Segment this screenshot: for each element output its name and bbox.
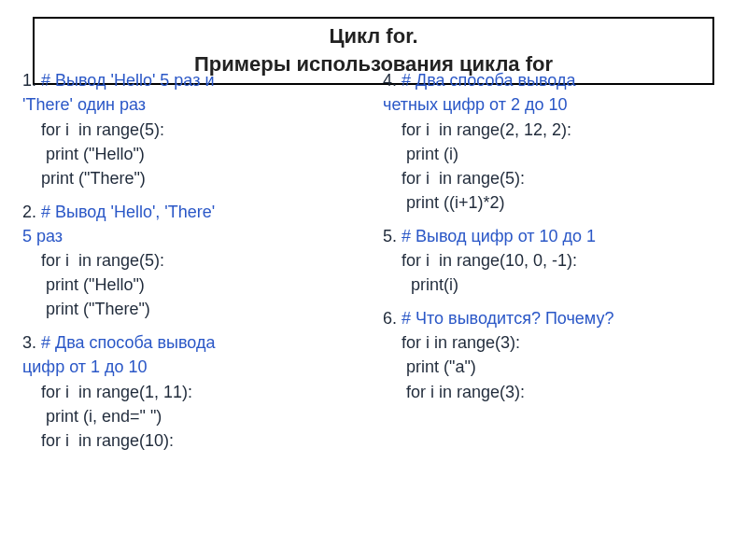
- example-4: 4. # Два способа вывода четных цифр от 2…: [383, 68, 732, 215]
- example-3: 3. # Два способа вывода цифр от 1 до 10 …: [22, 330, 372, 452]
- right-column: 4. # Два способа вывода четных цифр от 2…: [377, 63, 738, 461]
- code-block: for i in range(1, 11): print (i, end=" "…: [22, 380, 372, 453]
- columns: 1. # Вывод 'Hello' 5 раз и 'There' один …: [0, 63, 747, 461]
- example-number: 2.: [22, 203, 41, 221]
- title-line-1: Цикл for.: [44, 22, 703, 50]
- code-block: for i in range(10, 0, -1): print(i): [383, 248, 732, 297]
- comment-line: четных цифр от 2 до 10: [383, 95, 568, 114]
- comment-line: # Два способа вывода: [41, 333, 215, 352]
- comment-line: # Вывод 'Hello', 'There': [41, 203, 215, 221]
- example-5: 5. # Вывод цифр от 10 до 1 for i in rang…: [383, 224, 732, 297]
- example-number: 1.: [22, 71, 41, 90]
- left-column: 1. # Вывод 'Hello' 5 раз и 'There' один …: [17, 63, 377, 461]
- code-block: for i in range(2, 12, 2): print (i) for …: [383, 118, 732, 215]
- comment-line: # Два способа вывода: [402, 71, 575, 90]
- comment-line: цифр от 1 до 10: [22, 357, 148, 376]
- comment-line: # Что выводится? Почему?: [402, 309, 613, 328]
- comment-line: 'There' один раз: [22, 95, 146, 114]
- example-6: 6. # Что выводится? Почему? for i in ran…: [383, 306, 732, 403]
- example-number: 6.: [383, 309, 402, 328]
- code-block: for i in range(3): print ("a") for i in …: [383, 330, 732, 403]
- example-number: 4.: [383, 71, 402, 90]
- comment-line: 5 раз: [22, 227, 63, 245]
- comment-line: # Вывод цифр от 10 до 1: [402, 227, 596, 245]
- example-1: 1. # Вывод 'Hello' 5 раз и 'There' один …: [22, 68, 372, 189]
- example-number: 5.: [383, 227, 402, 245]
- example-number: 3.: [22, 333, 41, 352]
- code-block: for i in range(5): print ("Hello") print…: [22, 248, 372, 321]
- example-2: 2. # Вывод 'Hello', 'There' 5 раз for i …: [22, 200, 372, 321]
- code-block: for i in range(5): print ("Hello") print…: [22, 118, 372, 190]
- comment-line: # Вывод 'Hello' 5 раз и: [41, 71, 214, 90]
